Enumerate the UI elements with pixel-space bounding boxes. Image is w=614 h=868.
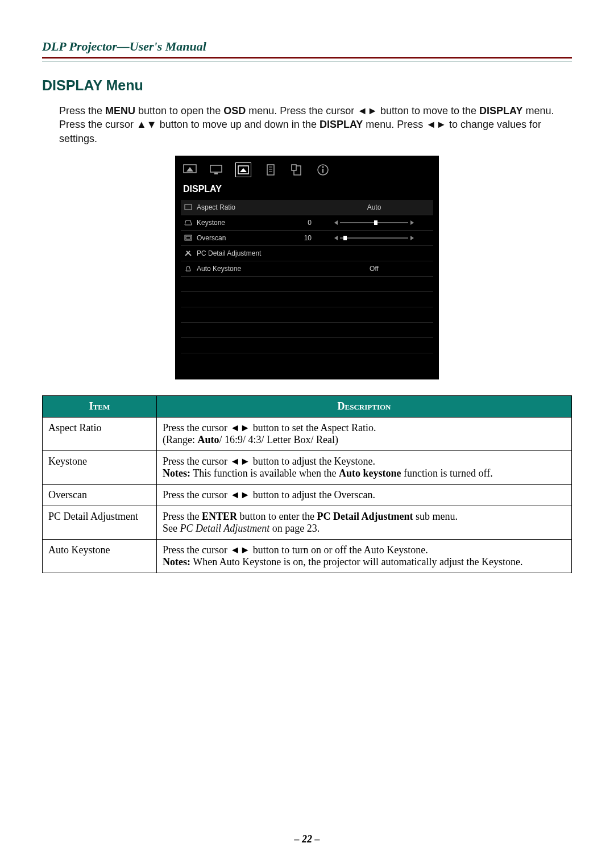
table-row: Aspect Ratio Press the cursor ◄► button …	[43, 418, 572, 451]
osd-row-value: 10	[288, 234, 317, 242]
svg-rect-2	[210, 165, 222, 172]
osd-screenshot: DISPLAY Aspect Ratio Auto Keystone 0	[175, 156, 439, 379]
text: When Auto Keystone is on, the projector …	[190, 556, 523, 567]
svg-marker-1	[186, 167, 193, 172]
text: Press the cursor	[163, 422, 230, 433]
intro-paragraph: Press the MENU button to open the OSD me…	[59, 104, 572, 145]
svg-rect-11	[292, 165, 296, 170]
svg-point-13	[322, 166, 324, 168]
osd-empty-row	[181, 323, 433, 338]
slider-right-icon	[410, 220, 414, 225]
table-desc-cell: Press the cursor ◄► button to turn on or…	[157, 540, 572, 573]
text: sub menu.	[413, 511, 458, 522]
table-row: PC Detail Adjustment Press the ENTER but…	[43, 506, 572, 540]
osd-menu-title: DISPLAY	[176, 182, 438, 200]
up-down-arrows: ▲▼	[136, 119, 157, 130]
svg-rect-15	[185, 205, 192, 210]
osd-row-auto-keystone: Auto Keystone Off	[181, 261, 433, 277]
slider-left-icon	[334, 236, 338, 240]
left-right-arrows: ◄►	[357, 105, 377, 116]
text-bold: DISPLAY	[479, 105, 522, 116]
notes-label: Notes:	[163, 556, 190, 567]
osd-footer	[176, 370, 438, 378]
osd-row-label: Auto Keystone	[193, 265, 288, 273]
text: Press the cursor	[163, 489, 230, 500]
text: This function is available when the	[190, 468, 339, 479]
text-bold: ENTER	[202, 511, 237, 522]
left-right-arrows: ◄►	[230, 456, 250, 467]
osd-row-value: 0	[288, 219, 317, 227]
osd-row-right: Auto	[317, 203, 431, 211]
osd-menu-list: Aspect Ratio Auto Keystone 0 Ove	[176, 200, 438, 370]
osd-row-right: Off	[317, 265, 431, 273]
table-row: Auto Keystone Press the cursor ◄► button…	[43, 540, 572, 573]
table-header-description: Description	[157, 396, 572, 418]
text-italic: PC Detail Adjustment	[180, 523, 270, 534]
text-bold: Auto keystone	[339, 468, 401, 479]
slider-left-icon	[334, 220, 338, 225]
text: button to move up and down in the	[160, 119, 320, 130]
aspect-ratio-icon	[183, 204, 193, 211]
osd-empty-row	[181, 277, 433, 292]
notes-label: Notes:	[163, 468, 190, 479]
text: Press the	[59, 105, 105, 116]
table-desc-cell: Press the ENTER button to enter the PC D…	[157, 506, 572, 540]
text: Press the cursor	[163, 544, 230, 556]
osd-row-aspect-ratio: Aspect Ratio Auto	[181, 200, 433, 215]
osd-row-right	[317, 220, 431, 225]
svg-rect-3	[214, 173, 218, 174]
text: on page 23.	[269, 523, 320, 534]
header-rule	[42, 57, 572, 61]
osd-empty-row	[181, 338, 433, 353]
svg-marker-21	[186, 266, 190, 271]
text: button to adjust the Overscan.	[250, 489, 375, 500]
osd-row-pc-detail: PC Detail Adjustment	[181, 246, 433, 261]
text: button to enter the	[237, 511, 317, 522]
text-bold: DISPLAY	[320, 119, 363, 130]
text: Press the cursor	[163, 456, 230, 467]
text: See	[163, 523, 180, 534]
table-item-cell: PC Detail Adjustment	[43, 506, 157, 540]
osd-row-label: Aspect Ratio	[193, 203, 288, 211]
slider	[334, 220, 414, 225]
table-item-cell: Auto Keystone	[43, 540, 157, 573]
text-bold: MENU	[105, 105, 135, 116]
text: function is turned off.	[401, 468, 493, 479]
osd-row-right	[317, 236, 431, 240]
text: button to turn on or off the Auto Keysto…	[250, 544, 428, 556]
table-row: Overscan Press the cursor ◄► button to a…	[43, 485, 572, 506]
tools-icon	[183, 250, 193, 257]
svg-marker-16	[185, 220, 192, 225]
page-number: – 22 –	[0, 833, 614, 845]
table-item-cell: Keystone	[43, 451, 157, 485]
document-header-title: DLP Projector—User's Manual	[42, 40, 572, 53]
osd-tab-bar	[176, 157, 438, 182]
left-right-arrows: ◄►	[230, 544, 250, 556]
tab-computer-icon	[209, 164, 223, 176]
text: menu. Press	[366, 119, 426, 130]
overscan-icon	[183, 235, 193, 241]
definition-table: Item Description Aspect Ratio Press the …	[42, 395, 572, 573]
auto-keystone-icon	[183, 265, 193, 272]
section-heading: DISPLAY Menu	[42, 77, 572, 94]
text: / 16:9/ 4:3/ Letter Box/ Real)	[219, 434, 338, 445]
svg-rect-6	[267, 165, 274, 175]
left-right-arrows: ◄►	[426, 119, 446, 130]
text: button to move to the	[380, 105, 479, 116]
left-right-arrows: ◄►	[230, 422, 250, 433]
text-bold: Auto	[197, 434, 219, 445]
table-header-item: Item	[43, 396, 157, 418]
tab-info-icon	[316, 164, 330, 176]
osd-empty-row	[181, 353, 433, 368]
text: button to adjust the Keystone.	[250, 456, 375, 467]
osd-empty-row	[181, 292, 433, 307]
text-bold: PC Detail Adjustment	[317, 511, 413, 522]
table-desc-cell: Press the cursor ◄► button to set the As…	[157, 418, 572, 451]
table-item-cell: Aspect Ratio	[43, 418, 157, 451]
tab-display-icon	[235, 162, 251, 177]
slider-right-icon	[410, 236, 414, 240]
osd-row-label: PC Detail Adjustment	[193, 249, 288, 257]
tab-setup2-icon	[290, 164, 304, 176]
text: menu. Press the cursor	[248, 105, 357, 116]
table-desc-cell: Press the cursor ◄► button to adjust the…	[157, 485, 572, 506]
